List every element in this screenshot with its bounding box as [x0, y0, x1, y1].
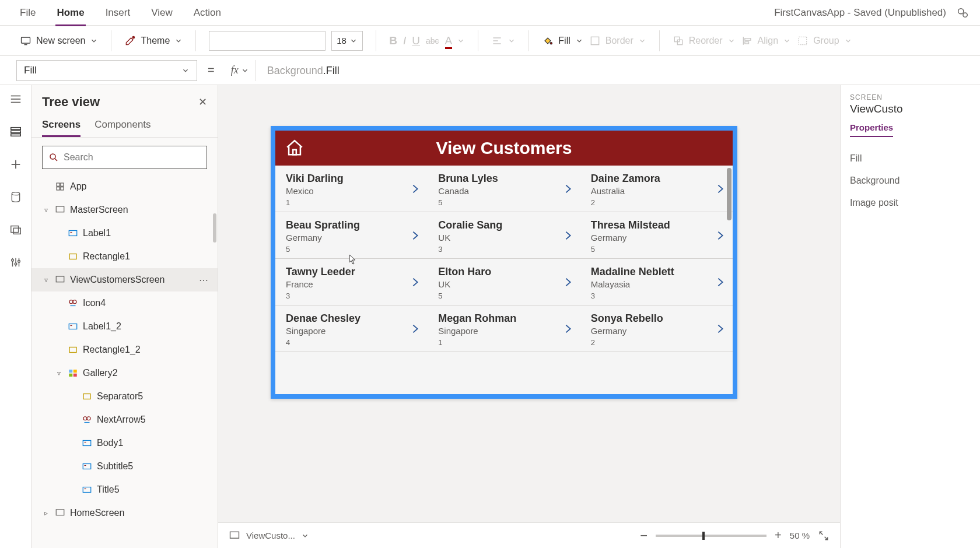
tree-search[interactable] — [42, 146, 207, 169]
canvas-area[interactable]: View Customers Viki DarlingMexico1Bruna … — [218, 85, 840, 548]
chevron-right-icon[interactable] — [562, 320, 575, 338]
tree-tab-components[interactable]: Components — [94, 114, 150, 137]
gallery-item[interactable]: Megan RohmanSingapore1 — [428, 305, 580, 352]
chevron-right-icon[interactable] — [714, 180, 727, 198]
canvas-frame[interactable]: View Customers Viki DarlingMexico1Bruna … — [271, 126, 737, 399]
gallery-item[interactable]: Viki DarlingMexico1 — [275, 166, 428, 212]
tools-icon[interactable] — [8, 254, 24, 271]
property-select[interactable]: Fill — [16, 60, 197, 81]
home-icon[interactable] — [285, 138, 304, 158]
menu-insert[interactable]: Insert — [95, 7, 141, 19]
align-button[interactable]: Align — [741, 35, 792, 47]
tree-tab-screens[interactable]: Screens — [42, 114, 80, 137]
gallery-item[interactable]: Madaline NeblettMalayasia3 — [580, 259, 733, 305]
italic-button[interactable]: I — [403, 34, 406, 47]
gallery[interactable]: Viki DarlingMexico1Bruna LylesCanada5Dai… — [275, 166, 733, 394]
gallery-item[interactable]: Elton HaroUK5 — [428, 259, 580, 305]
fit-screen-button[interactable] — [818, 530, 830, 542]
formula-input[interactable]: Background.Fill — [261, 64, 340, 77]
tree-node-masterscreen[interactable]: ▿MasterScreen — [32, 198, 218, 222]
menu-action[interactable]: Action — [183, 7, 232, 19]
gallery-item[interactable]: Sonya RebelloGermany2 — [580, 305, 733, 352]
chevron-right-icon[interactable] — [562, 180, 575, 198]
expand-icon[interactable]: ▿ — [42, 206, 50, 214]
gallery-item[interactable]: Beau SpratlingGermany5 — [275, 212, 428, 258]
fx-button[interactable]: fx — [225, 60, 256, 81]
expand-icon[interactable]: ▿ — [55, 369, 63, 377]
font-color-button[interactable]: A — [445, 34, 466, 47]
tree-node-app[interactable]: App — [32, 175, 218, 198]
tree-node-rectangle1[interactable]: Rectangle1 — [32, 245, 218, 268]
zoom-in-button[interactable]: + — [775, 529, 782, 542]
fill-button[interactable]: Fill — [542, 35, 583, 47]
tree-node-homescreen[interactable]: ▹HomeScreen — [32, 501, 218, 525]
search-input[interactable] — [64, 152, 201, 163]
label-icon — [82, 461, 92, 472]
group-button[interactable]: Group — [797, 35, 852, 47]
chevron-right-icon[interactable] — [409, 273, 422, 291]
font-size-input[interactable]: 18 — [331, 31, 363, 51]
customer-country: Germany — [591, 326, 722, 336]
tree-node-viewcustomersscreen[interactable]: ▿ViewCustomersScreen⋯ — [32, 268, 218, 291]
font-family-select[interactable] — [209, 31, 326, 51]
chevron-right-icon[interactable] — [562, 227, 575, 244]
chevron-right-icon[interactable] — [714, 320, 727, 338]
menu-home[interactable]: Home — [46, 7, 94, 19]
strike-button[interactable]: abc — [426, 36, 439, 45]
expand-icon[interactable]: ▹ — [42, 509, 50, 517]
prop-fill[interactable]: Fill — [850, 147, 980, 170]
tree-node-rectangle1_2[interactable]: Rectangle1_2 — [32, 338, 218, 361]
bold-button[interactable]: B — [389, 34, 397, 47]
label-icon — [82, 438, 92, 448]
tree-node-title5[interactable]: Title5 — [32, 478, 218, 501]
gallery-item[interactable]: Tawny LeederFrance3 — [275, 259, 428, 305]
tree-node-icon4[interactable]: Icon4 — [32, 291, 218, 315]
tree-node-separator5[interactable]: Separator5 — [32, 385, 218, 408]
chevron-right-icon[interactable] — [714, 227, 727, 244]
zoom-out-button[interactable]: − — [640, 528, 648, 543]
svg-rect-25 — [10, 226, 18, 233]
menu-view[interactable]: View — [141, 7, 183, 19]
insert-icon[interactable] — [8, 156, 24, 173]
props-tab-properties[interactable]: Properties — [850, 122, 893, 137]
text-align-button[interactable] — [491, 35, 516, 47]
tree-node-subtitle5[interactable]: Subtitle5 — [32, 455, 218, 478]
chevron-right-icon[interactable] — [409, 320, 422, 338]
new-screen-button[interactable]: New screen — [20, 35, 98, 47]
tree-node-body1[interactable]: Body1 — [32, 431, 218, 455]
tree-node-label1_2[interactable]: Label1_2 — [32, 315, 218, 338]
gallery-item[interactable]: Bruna LylesCanada5 — [428, 166, 580, 212]
gallery-item[interactable]: Denae ChesleySingapore4 — [275, 305, 428, 352]
gallery-item[interactable]: Coralie SangUK3 — [428, 212, 580, 258]
prop-background[interactable]: Background — [850, 170, 980, 192]
prop-image-posit[interactable]: Image posit — [850, 192, 980, 214]
theme-button[interactable]: Theme — [124, 35, 183, 47]
tree-scrollbar[interactable] — [213, 213, 216, 243]
tree-node-gallery2[interactable]: ▿Gallery2 — [32, 361, 218, 385]
tree-view-icon[interactable] — [8, 124, 24, 140]
equals-sign: = — [203, 64, 219, 77]
expand-icon[interactable]: ▿ — [42, 276, 50, 284]
menu-file[interactable]: File — [9, 7, 46, 19]
border-button[interactable]: Border — [589, 35, 646, 47]
more-icon[interactable]: ⋯ — [199, 275, 209, 286]
tree-node-nextarrow5[interactable]: NextArrow5 — [32, 408, 218, 431]
chevron-right-icon[interactable] — [562, 273, 575, 291]
gallery-item[interactable]: Daine ZamoraAustralia2 — [580, 166, 733, 212]
media-icon[interactable] — [8, 222, 24, 238]
hamburger-icon[interactable] — [8, 91, 24, 107]
close-icon[interactable]: ✕ — [198, 96, 207, 108]
reorder-button[interactable]: Reorder — [673, 35, 736, 47]
label-icon — [68, 228, 78, 238]
diagnostics-icon[interactable] — [954, 5, 971, 21]
gallery-item[interactable]: Thresa MilsteadGermany5 — [580, 212, 733, 258]
chevron-down-icon[interactable] — [301, 532, 309, 540]
chevron-right-icon[interactable] — [409, 227, 422, 244]
tree-node-label1[interactable]: Label1 — [32, 222, 218, 245]
chevron-right-icon[interactable] — [409, 180, 422, 198]
chevron-right-icon[interactable] — [714, 273, 727, 291]
zoom-slider[interactable] — [656, 535, 766, 537]
data-icon[interactable] — [8, 189, 24, 205]
status-screen-label[interactable]: ViewCusto... — [246, 531, 295, 540]
underline-button[interactable]: U — [412, 34, 420, 47]
